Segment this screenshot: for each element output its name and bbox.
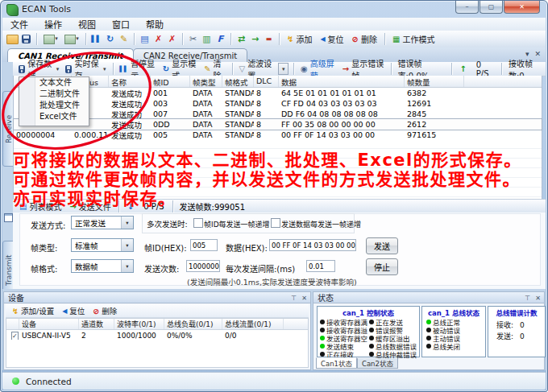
menu-window[interactable]: 窗口 bbox=[104, 18, 138, 31]
cell: FF 00 35 08 00 00 00 00 bbox=[279, 120, 405, 129]
interval-input[interactable]: 0.01 bbox=[306, 260, 335, 272]
table-row[interactable]: 发送成功007DATASTANDARD8DD F6 04 08 08 08 08… bbox=[14, 109, 542, 119]
pane-icon[interactable] bbox=[4, 213, 13, 222]
chevron-down-icon[interactable]: ▾ bbox=[121, 217, 133, 229]
minimize-button[interactable]: – bbox=[455, 1, 479, 14]
clear-brush-icon[interactable]: ✎ bbox=[117, 33, 131, 46]
send-mode-select[interactable]: 正常发送▾ bbox=[71, 216, 134, 229]
stop-button[interactable]: 停止 bbox=[366, 258, 398, 275]
menu-item-text-file[interactable]: 文本文件 bbox=[19, 77, 89, 89]
send-button[interactable]: 发送 bbox=[366, 237, 398, 254]
close-icon[interactable]: ✕ bbox=[301, 295, 307, 302]
column-header-device[interactable]: 设备 bbox=[19, 319, 79, 329]
column-header-baud[interactable]: 波特率(0/1) bbox=[114, 319, 164, 329]
realtime-save-button[interactable]: 实时保存▾ bbox=[62, 62, 109, 76]
frame-type-select[interactable]: 标准帧▾ bbox=[71, 238, 134, 252]
menu-operation[interactable]: 操作 bbox=[36, 18, 70, 31]
delete-frame-icon[interactable]: ✗ bbox=[152, 33, 165, 46]
delete-all-icon[interactable]: ✗ bbox=[165, 33, 179, 46]
status-dot bbox=[320, 320, 325, 324]
column-header-frame-count[interactable]: 帧数量 bbox=[405, 76, 464, 87]
column-header-name[interactable]: 名称 bbox=[109, 76, 151, 87]
tab-can1-receive-transmit[interactable]: CAN1 Receive/Transmit bbox=[7, 48, 134, 62]
display-mode-button[interactable]: ↻显示模式 bbox=[160, 62, 201, 76]
status-dot bbox=[320, 352, 325, 357]
tab-can2-status[interactable]: Can2状态 bbox=[357, 358, 398, 369]
pause-display-button[interactable]: ▌▌暂停显示 bbox=[116, 62, 159, 76]
chevron-down-icon[interactable]: ▾ bbox=[121, 260, 133, 272]
cut-icon[interactable]: ✂ bbox=[186, 33, 200, 46]
menu-file[interactable]: 文件 bbox=[2, 18, 36, 31]
device-add-setup-button[interactable]: ↯添加/设置 bbox=[8, 303, 58, 318]
column-header-channels[interactable]: 通道数 bbox=[79, 319, 114, 329]
pause-icon[interactable]: ▌▌ bbox=[89, 33, 103, 46]
work-mode-button[interactable]: ▦工作模式 bbox=[388, 32, 438, 47]
table-row[interactable]: 发送成功001DATASTANDARD864 5E 01 01 01 01 01… bbox=[14, 88, 542, 98]
device-reset-button[interactable]: ◀复位 bbox=[58, 303, 89, 318]
frame-id-input[interactable]: 005 bbox=[190, 239, 218, 251]
column-header-frame-type[interactable]: 帧类型 bbox=[190, 76, 222, 87]
sync-icon[interactable]: ⇄ bbox=[235, 33, 248, 46]
pin-icon[interactable]: ⊤ bbox=[291, 295, 297, 302]
clear-button[interactable]: ✎清除 bbox=[201, 62, 229, 76]
close-icon[interactable]: ✕ bbox=[535, 295, 541, 302]
table-row-selected[interactable]: 发送成功0DDDATASTANDARD8FF 00 35 08 00 00 00… bbox=[14, 119, 542, 130]
column-header-bus-flow[interactable]: 总线流量(0/1) bbox=[222, 319, 284, 329]
column-header-frame-format[interactable]: 帧格式 bbox=[222, 76, 254, 87]
show-error-frames-button[interactable]: →显示错误帧 bbox=[339, 62, 388, 76]
device-delete-button[interactable]: ⊘删除 bbox=[89, 303, 121, 318]
menu-item-excel-file[interactable]: Excel文件 bbox=[19, 111, 89, 122]
reset-device-button[interactable]: ◀复位 bbox=[316, 32, 347, 47]
pin-icon[interactable]: ⊤ bbox=[525, 295, 530, 302]
delete-device-button[interactable]: ⊘删除 bbox=[348, 32, 381, 47]
column-header-dlc[interactable]: DLC bbox=[254, 76, 279, 87]
send-mode-value: 正常发送 bbox=[75, 217, 106, 229]
frame-format-select[interactable]: 数据帧▾ bbox=[71, 259, 134, 273]
menu-help[interactable]: 帮助 bbox=[138, 18, 172, 31]
column-header-data[interactable]: 数据 bbox=[279, 76, 405, 87]
status-tabs: Can1状态 Can2状态 bbox=[316, 358, 398, 369]
advanced-mask-button[interactable]: ◉高级屏蔽 bbox=[297, 62, 339, 76]
save-file-button[interactable] bbox=[19, 33, 33, 46]
cell: 发送成功 bbox=[109, 119, 151, 130]
toolbar-separator bbox=[501, 63, 502, 75]
font-icon[interactable]: F bbox=[214, 33, 227, 46]
table-row[interactable]: 000000040.000.114发送成功005DATASTANDARD800 … bbox=[14, 130, 542, 140]
add-device-button[interactable]: ↯添加 bbox=[283, 32, 316, 47]
open-file-button[interactable] bbox=[6, 33, 19, 46]
cell: DATA bbox=[190, 120, 222, 129]
inc-data-checkbox[interactable] bbox=[271, 218, 280, 228]
delete-circle-icon: ⊘ bbox=[352, 35, 359, 43]
paste-icon[interactable]: ▥ bbox=[200, 33, 214, 46]
open-device-button[interactable]: ▾ bbox=[40, 33, 61, 46]
tab-can1-status[interactable]: Can1状态 bbox=[316, 357, 357, 369]
column-header-frame-id[interactable]: 帧ID bbox=[151, 76, 190, 87]
device-row[interactable]: ✓ USBCAN-II-V5 2 1000/1000 0%/0% 0/0 bbox=[6, 330, 308, 340]
close-button[interactable]: ✕ bbox=[504, 1, 540, 14]
column-header bbox=[6, 319, 19, 329]
refresh-icon[interactable]: ↻ bbox=[103, 33, 117, 46]
inc-data-label: 发送数据每发送一帧递增 bbox=[281, 219, 361, 229]
send-times-input[interactable]: 10000000 bbox=[186, 260, 220, 272]
menu-item-binary-file[interactable]: 二进制文件 bbox=[19, 89, 89, 100]
column-header-bus-load[interactable]: 总线负载(0/1) bbox=[164, 319, 222, 329]
chevron-down-icon: ▾ bbox=[103, 66, 106, 72]
chevron-down-icon[interactable]: ▾ bbox=[121, 239, 133, 251]
inc-id-checkbox[interactable] bbox=[193, 218, 203, 228]
cell: STANDARD bbox=[222, 99, 254, 108]
disconnect-icon[interactable]: ▬ bbox=[262, 33, 276, 46]
menu-item-batch-file[interactable]: 批处理文件 bbox=[19, 100, 89, 111]
connect-icon[interactable]: → bbox=[248, 33, 262, 46]
data-input[interactable]: 00 FF 0F 14 03 03 00 00 bbox=[269, 239, 356, 251]
save-data-button[interactable]: 保存数据▾ bbox=[15, 62, 62, 76]
filter-preset-dropdown[interactable]: ▾ bbox=[278, 63, 289, 75]
refresh-icon: ↻ bbox=[163, 64, 169, 73]
device-checkbox[interactable]: ✓ bbox=[11, 332, 19, 340]
close-device-button[interactable]: ▾ bbox=[61, 33, 82, 46]
copy-file-icon[interactable]: ▤ bbox=[138, 33, 152, 46]
table-row[interactable]: 发送成功003DATASTANDARD8CF FD 04 03 03 03 03… bbox=[14, 98, 542, 109]
filter-settings-button[interactable]: ▽滤波设置 bbox=[235, 62, 276, 76]
menu-view[interactable]: 视图 bbox=[70, 18, 104, 31]
maximize-button[interactable]: ▢ bbox=[480, 1, 503, 14]
cell: STANDARD bbox=[222, 120, 254, 129]
